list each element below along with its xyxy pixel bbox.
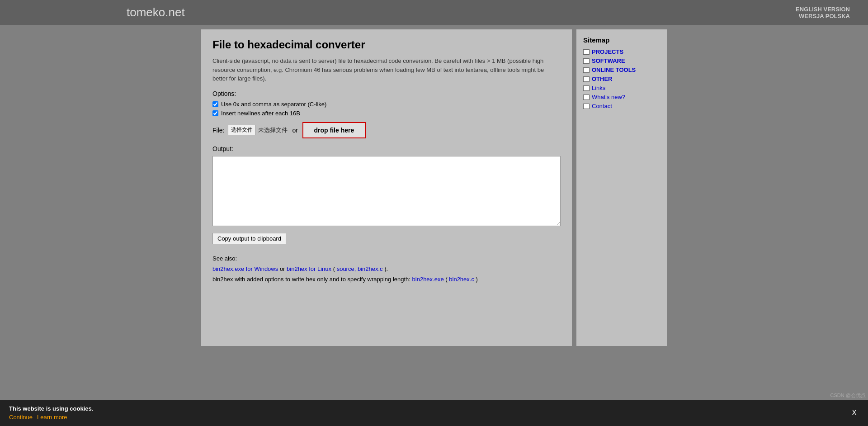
see-also-space: ( — [445, 276, 447, 283]
sidebar-link-contact[interactable]: Contact — [592, 103, 612, 109]
sidebar-icon-projects — [583, 49, 590, 55]
cookie-text: This website is using cookies. — [9, 405, 93, 412]
cookie-links: Continue Learn more — [9, 414, 93, 421]
lang-polish-link[interactable]: WERSJA POLSKA — [799, 13, 850, 19]
option2-row: Insert newlines after each 16B — [212, 110, 561, 117]
sidebar-item-software: SOFTWARE — [583, 57, 660, 64]
site-title: tomeko.net — [127, 5, 185, 19]
see-also-or1: or — [280, 265, 287, 272]
lang-switcher: ENGLISH VERSION WERSJA POLSKA — [796, 6, 850, 19]
page-title: File to hexadecimal converter — [212, 38, 561, 51]
bin2hex-c-link[interactable]: bin2hex.c — [449, 276, 474, 283]
csdn-watermark: CSDN @会优点 — [830, 392, 866, 399]
see-also-paren-open: ( — [333, 265, 335, 272]
options-label: Options: — [212, 90, 561, 97]
sidebar-icon-contact — [583, 104, 590, 109]
bin2hex-windows-link[interactable]: bin2hex.exe for Windows — [212, 265, 278, 272]
bin2hex-linux-link[interactable]: bin2hex for Linux — [287, 265, 331, 272]
option1-row: Use 0x and comma as separator (C-like) — [212, 101, 561, 108]
see-also-paren-close: ). — [384, 265, 388, 272]
cookie-close-button[interactable]: X — [849, 409, 859, 417]
copy-btn-wrapper: Copy output to clipboard — [212, 227, 561, 244]
bin2hex-exe-link[interactable]: bin2hex.exe — [412, 276, 444, 283]
sidebar-item-contact: Contact — [583, 103, 660, 109]
option2-checkbox[interactable] — [212, 110, 218, 116]
sidebar-link-links[interactable]: Links — [592, 85, 605, 91]
copy-output-button[interactable]: Copy output to clipboard — [212, 233, 286, 244]
cookie-continue-link[interactable]: Continue — [9, 414, 33, 421]
source-link[interactable]: source, bin2hex.c — [337, 265, 383, 272]
sidebar-link-other[interactable]: OTHER — [592, 76, 613, 82]
file-label: File: — [212, 127, 224, 134]
cookie-learn-more-link[interactable]: Learn more — [37, 414, 67, 421]
sidebar-link-software[interactable]: SOFTWARE — [592, 57, 625, 64]
sidebar-item-other: OTHER — [583, 76, 660, 82]
sidebar-icon-links — [583, 85, 590, 91]
sidebar-title: Sitemap — [583, 36, 660, 44]
sidebar-icon-other — [583, 76, 590, 82]
output-label: Output: — [212, 145, 561, 152]
cookie-banner: This website is using cookies. Continue … — [0, 400, 868, 426]
main-wrapper: File to hexadecimal converter Client-sid… — [0, 25, 868, 350]
or-text: or — [292, 127, 297, 134]
sidebar-item-whatsnew: What's new? — [583, 94, 660, 100]
lang-english-link[interactable]: ENGLISH VERSION — [796, 6, 850, 13]
option1-label: Use 0x and comma as separator (C-like) — [221, 101, 326, 108]
sidebar-icon-software — [583, 58, 590, 64]
sidebar-icon-whatsnew — [583, 95, 590, 100]
content-area: File to hexadecimal converter Client-sid… — [201, 29, 572, 346]
see-also-line2: bin2hex with added options to write hex … — [212, 276, 412, 283]
option1-checkbox[interactable] — [212, 101, 218, 107]
see-also-end: ) — [476, 276, 478, 283]
sidebar-item-online-tools: ONLINE TOOLS — [583, 66, 660, 73]
sidebar-item-links: Links — [583, 85, 660, 91]
page-description: Client-side (javascript, no data is sent… — [212, 57, 561, 83]
choose-file-button[interactable]: 选择文件 — [228, 125, 256, 135]
file-row: File: 选择文件 未选择文件 or drop file here — [212, 122, 561, 138]
top-bar: tomeko.net ENGLISH VERSION WERSJA POLSKA — [0, 0, 868, 25]
file-name-display: 未选择文件 — [258, 126, 288, 134]
sidebar: Sitemap PROJECTS SOFTWARE ONLINE TOOLS O… — [576, 29, 667, 346]
see-also-label: See also: — [212, 255, 237, 262]
sidebar-item-projects: PROJECTS — [583, 48, 660, 55]
file-input-wrapper: 选择文件 未选择文件 — [228, 125, 288, 135]
cookie-left: This website is using cookies. Continue … — [9, 405, 93, 421]
option2-label: Insert newlines after each 16B — [221, 110, 300, 117]
sidebar-link-online-tools[interactable]: ONLINE TOOLS — [592, 66, 636, 73]
sidebar-link-whatsnew[interactable]: What's new? — [592, 94, 625, 100]
sidebar-link-projects[interactable]: PROJECTS — [592, 48, 623, 55]
drop-zone[interactable]: drop file here — [302, 122, 366, 138]
see-also-section: See also: bin2hex.exe for Windows or bin… — [212, 253, 561, 285]
output-textarea[interactable] — [212, 156, 561, 226]
sidebar-icon-online-tools — [583, 67, 590, 73]
